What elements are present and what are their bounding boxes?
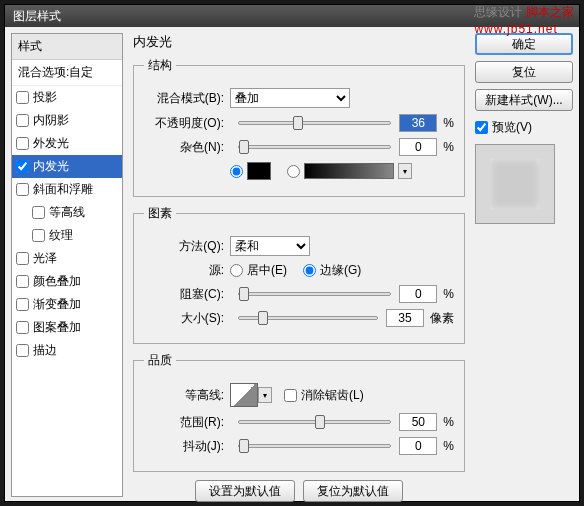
noise-unit: % [443, 140, 454, 154]
jitter-unit: % [443, 439, 454, 453]
method-label: 方法(Q): [144, 238, 224, 255]
quality-group: 品质 等高线: ▾ 消除锯齿(L) 范围(R): % 抖动(J): [133, 352, 465, 472]
method-select[interactable]: 柔和 [230, 236, 310, 256]
gradient-radio[interactable] [287, 165, 300, 178]
opacity-input[interactable] [399, 114, 437, 132]
antialias-checkbox[interactable]: 消除锯齿(L) [284, 387, 364, 404]
style-item-光泽[interactable]: 光泽 [12, 247, 122, 270]
style-checkbox[interactable] [16, 252, 29, 265]
style-item-渐变叠加[interactable]: 渐变叠加 [12, 293, 122, 316]
elements-legend: 图素 [144, 205, 176, 222]
choke-unit: % [443, 287, 454, 301]
source-label: 源: [144, 262, 224, 279]
size-input[interactable] [386, 309, 424, 327]
styles-panel: 样式 混合选项:自定 投影内阴影外发光内发光斜面和浮雕等高线纹理光泽颜色叠加渐变… [11, 33, 123, 497]
choke-slider[interactable] [238, 292, 391, 296]
opacity-label: 不透明度(O): [144, 115, 224, 132]
style-item-图案叠加[interactable]: 图案叠加 [12, 316, 122, 339]
blending-options[interactable]: 混合选项:自定 [12, 60, 122, 86]
settings-panel: 内发光 结构 混合模式(B): 叠加 不透明度(O): % 杂色(N): [129, 33, 469, 497]
contour-picker[interactable] [230, 383, 258, 407]
style-item-投影[interactable]: 投影 [12, 86, 122, 109]
color-radio[interactable] [230, 165, 243, 178]
layer-style-dialog: 图层样式 样式 混合选项:自定 投影内阴影外发光内发光斜面和浮雕等高线纹理光泽颜… [4, 4, 580, 502]
style-checkbox[interactable] [16, 114, 29, 127]
style-checkbox[interactable] [32, 229, 45, 242]
blend-mode-label: 混合模式(B): [144, 90, 224, 107]
style-label: 图案叠加 [33, 319, 81, 336]
choke-input[interactable] [399, 285, 437, 303]
action-panel: 确定 复位 新建样式(W)... 预览(V) [469, 33, 573, 497]
style-checkbox[interactable] [32, 206, 45, 219]
style-checkbox[interactable] [16, 321, 29, 334]
style-label: 纹理 [49, 227, 73, 244]
style-checkbox[interactable] [16, 137, 29, 150]
noise-label: 杂色(N): [144, 139, 224, 156]
range-slider[interactable] [238, 420, 391, 424]
style-label: 等高线 [49, 204, 85, 221]
style-item-等高线[interactable]: 等高线 [12, 201, 122, 224]
style-checkbox[interactable] [16, 91, 29, 104]
noise-input[interactable] [399, 138, 437, 156]
styles-header[interactable]: 样式 [12, 34, 122, 60]
preview-checkbox[interactable]: 预览(V) [475, 119, 573, 136]
panel-title: 内发光 [133, 33, 465, 51]
gradient-picker[interactable] [304, 163, 394, 179]
style-label: 渐变叠加 [33, 296, 81, 313]
ok-button[interactable]: 确定 [475, 33, 573, 55]
style-item-内发光[interactable]: 内发光 [12, 155, 122, 178]
style-checkbox[interactable] [16, 183, 29, 196]
make-default-button[interactable]: 设置为默认值 [195, 480, 295, 502]
gradient-dropdown[interactable]: ▾ [398, 163, 412, 179]
style-label: 光泽 [33, 250, 57, 267]
size-label: 大小(S): [144, 310, 224, 327]
style-item-纹理[interactable]: 纹理 [12, 224, 122, 247]
contour-dropdown[interactable]: ▾ [258, 387, 272, 403]
style-list: 投影内阴影外发光内发光斜面和浮雕等高线纹理光泽颜色叠加渐变叠加图案叠加描边 [12, 86, 122, 362]
structure-legend: 结构 [144, 57, 176, 74]
elements-group: 图素 方法(Q): 柔和 源: 居中(E) 边缘(G) 阻塞(C): % [133, 205, 465, 344]
preview-box [475, 144, 555, 224]
noise-slider[interactable] [238, 145, 391, 149]
style-label: 投影 [33, 89, 57, 106]
style-checkbox[interactable] [16, 160, 29, 173]
blend-mode-select[interactable]: 叠加 [230, 88, 350, 108]
size-unit: 像素 [430, 310, 454, 327]
source-center-radio[interactable]: 居中(E) [230, 262, 287, 279]
style-checkbox[interactable] [16, 298, 29, 311]
range-label: 范围(R): [144, 414, 224, 431]
cancel-button[interactable]: 复位 [475, 61, 573, 83]
opacity-unit: % [443, 116, 454, 130]
quality-legend: 品质 [144, 352, 176, 369]
style-item-颜色叠加[interactable]: 颜色叠加 [12, 270, 122, 293]
style-item-斜面和浮雕[interactable]: 斜面和浮雕 [12, 178, 122, 201]
style-item-内阴影[interactable]: 内阴影 [12, 109, 122, 132]
opacity-slider[interactable] [238, 121, 391, 125]
style-label: 内发光 [33, 158, 69, 175]
style-label: 内阴影 [33, 112, 69, 129]
style-item-外发光[interactable]: 外发光 [12, 132, 122, 155]
reset-default-button[interactable]: 复位为默认值 [303, 480, 403, 502]
range-unit: % [443, 415, 454, 429]
choke-label: 阻塞(C): [144, 286, 224, 303]
structure-group: 结构 混合模式(B): 叠加 不透明度(O): % 杂色(N): % [133, 57, 465, 197]
jitter-input[interactable] [399, 437, 437, 455]
jitter-label: 抖动(J): [144, 438, 224, 455]
style-label: 颜色叠加 [33, 273, 81, 290]
style-label: 斜面和浮雕 [33, 181, 93, 198]
source-edge-radio[interactable]: 边缘(G) [303, 262, 361, 279]
style-item-描边[interactable]: 描边 [12, 339, 122, 362]
style-label: 外发光 [33, 135, 69, 152]
style-label: 描边 [33, 342, 57, 359]
jitter-slider[interactable] [238, 444, 391, 448]
watermark: 思缘设计 脚本之家 www.jb51.net [474, 4, 574, 36]
style-checkbox[interactable] [16, 344, 29, 357]
range-input[interactable] [399, 413, 437, 431]
contour-label: 等高线: [144, 387, 224, 404]
size-slider[interactable] [238, 316, 378, 320]
color-swatch[interactable] [247, 162, 271, 180]
style-checkbox[interactable] [16, 275, 29, 288]
new-style-button[interactable]: 新建样式(W)... [475, 89, 573, 111]
